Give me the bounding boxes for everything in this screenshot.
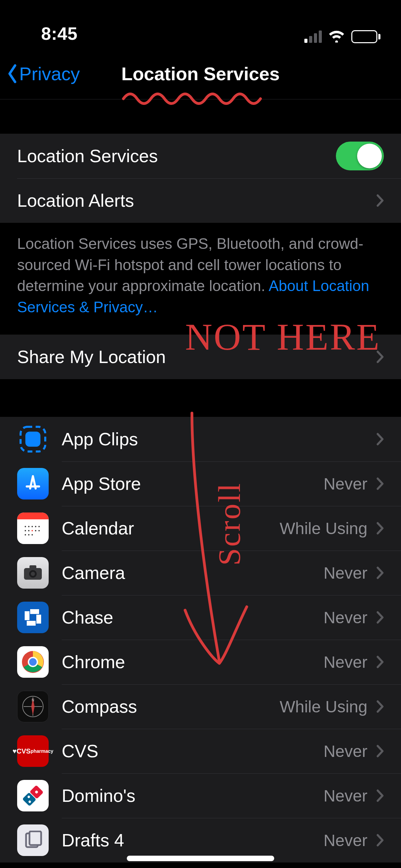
- drafts-icon: [17, 824, 49, 856]
- app-name-label: CVS: [62, 741, 324, 761]
- app-name-label: Compass: [62, 696, 280, 717]
- svg-point-5: [35, 526, 36, 527]
- share-my-location-label: Share My Location: [17, 347, 376, 367]
- app-status-label: Never: [324, 786, 367, 805]
- svg-point-10: [35, 530, 36, 531]
- back-button[interactable]: Privacy: [7, 63, 80, 84]
- app-status-label: Never: [324, 653, 367, 672]
- svg-rect-20: [36, 615, 41, 624]
- app-row-calendar[interactable]: CalendarWhile Using: [0, 506, 401, 551]
- app-status-label: Never: [324, 564, 367, 582]
- back-label: Privacy: [19, 63, 80, 84]
- appclips-icon: [17, 423, 49, 455]
- svg-point-8: [28, 530, 29, 531]
- app-status-label: Never: [324, 831, 367, 850]
- chevron-right-icon: [376, 522, 384, 535]
- app-status-label: Never: [324, 474, 367, 493]
- app-row-camera[interactable]: CameraNever: [0, 551, 401, 595]
- chevron-right-icon: [376, 194, 384, 207]
- chevron-right-icon: [376, 611, 384, 624]
- wifi-icon: [328, 29, 345, 44]
- svg-point-25: [29, 658, 37, 666]
- svg-rect-21: [27, 621, 36, 626]
- app-status-label: While Using: [280, 697, 367, 716]
- app-name-label: Chrome: [62, 652, 324, 672]
- location-alerts-label: Location Alerts: [17, 190, 376, 211]
- row-location-alerts[interactable]: Location Alerts: [0, 178, 401, 223]
- app-status-label: While Using: [280, 519, 367, 538]
- app-name-label: Drafts 4: [62, 830, 324, 851]
- svg-point-3: [28, 526, 29, 527]
- app-row-chrome[interactable]: ChromeNever: [0, 640, 401, 684]
- camera-icon: [17, 557, 49, 589]
- app-name-label: Domino's: [62, 785, 324, 806]
- svg-point-2: [25, 526, 26, 527]
- home-indicator[interactable]: [127, 856, 274, 861]
- chevron-right-icon: [376, 433, 384, 446]
- svg-point-9: [32, 530, 33, 531]
- battery-icon: [351, 30, 380, 43]
- appstore-icon: [17, 468, 49, 499]
- svg-text:N: N: [32, 698, 34, 702]
- svg-point-14: [32, 534, 33, 535]
- section-share-location: Share My Location: [0, 335, 401, 379]
- location-services-toggle[interactable]: [336, 142, 384, 170]
- app-row-appclips[interactable]: App Clips: [0, 417, 401, 461]
- svg-rect-16: [29, 565, 36, 569]
- chase-icon: [17, 602, 49, 633]
- section-app-list[interactable]: App ClipsApp StoreNeverCalendarWhile Usi…: [0, 417, 401, 863]
- svg-rect-19: [30, 609, 39, 614]
- app-status-label: Never: [324, 742, 367, 761]
- app-name-label: Chase: [62, 607, 324, 628]
- cvs-icon: ♥CVSpharmacy: [17, 735, 49, 767]
- status-time: 8:45: [21, 23, 77, 44]
- app-row-compass[interactable]: NCompassWhile Using: [0, 684, 401, 729]
- chevron-right-icon: [376, 655, 384, 668]
- app-name-label: App Store: [62, 473, 324, 494]
- app-row-appstore[interactable]: App StoreNever: [0, 461, 401, 506]
- chrome-icon: [17, 646, 49, 678]
- location-services-footer: Location Services uses GPS, Bluetooth, a…: [0, 223, 401, 335]
- chevron-right-icon: [376, 477, 384, 490]
- nav-bar: Privacy Location Services: [0, 48, 401, 99]
- row-share-my-location[interactable]: Share My Location: [0, 335, 401, 379]
- cellular-icon: [304, 31, 322, 43]
- svg-point-6: [38, 526, 40, 527]
- app-row-chase[interactable]: ChaseNever: [0, 595, 401, 640]
- app-row-cvs[interactable]: ♥CVSpharmacyCVSNever: [0, 729, 401, 773]
- location-services-label: Location Services: [17, 146, 336, 166]
- dominos-icon: [17, 780, 49, 811]
- svg-point-12: [25, 534, 26, 535]
- app-name-label: App Clips: [62, 429, 376, 449]
- chevron-right-icon: [376, 566, 384, 579]
- svg-rect-34: [29, 831, 41, 845]
- svg-rect-22: [25, 611, 29, 620]
- row-location-services[interactable]: Location Services: [0, 134, 401, 178]
- svg-point-4: [32, 526, 33, 527]
- section-location-toggle: Location Services Location Alerts: [0, 134, 401, 223]
- svg-point-13: [28, 534, 29, 535]
- app-name-label: Camera: [62, 563, 324, 583]
- calendar-icon: [17, 513, 49, 544]
- chevron-right-icon: [376, 834, 384, 847]
- chevron-right-icon: [376, 350, 384, 363]
- compass-icon: N: [17, 691, 49, 722]
- chevron-right-icon: [376, 789, 384, 802]
- chevron-right-icon: [376, 700, 384, 713]
- app-status-label: Never: [324, 608, 367, 627]
- svg-point-18: [31, 572, 35, 576]
- svg-rect-0: [25, 432, 40, 447]
- svg-point-7: [25, 530, 26, 531]
- status-bar: 8:45: [0, 0, 401, 48]
- chevron-right-icon: [376, 745, 384, 758]
- svg-point-11: [38, 530, 40, 531]
- app-name-label: Calendar: [62, 518, 280, 539]
- app-row-dominos[interactable]: Domino'sNever: [0, 773, 401, 818]
